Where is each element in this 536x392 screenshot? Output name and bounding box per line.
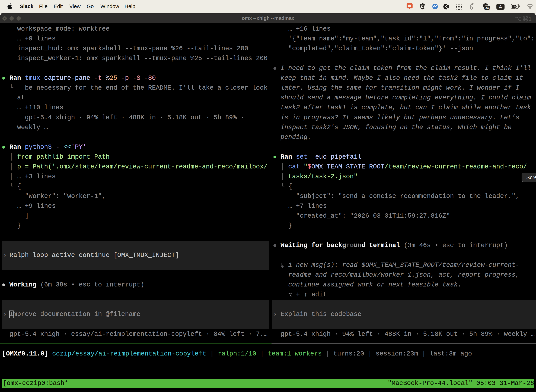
svg-text:1: 1 bbox=[529, 16, 531, 22]
svg-text:..61: ..61 bbox=[484, 6, 489, 9]
svg-text:A: A bbox=[499, 4, 502, 9]
